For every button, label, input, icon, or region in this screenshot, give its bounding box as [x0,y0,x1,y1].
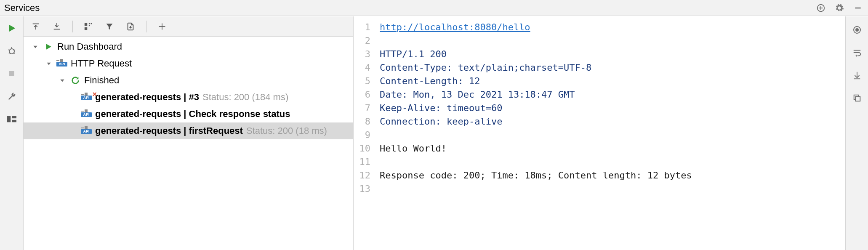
svg-rect-22 [91,23,92,24]
response-line: Content-Length: 12 [380,74,845,88]
response-line: Response code: 200; Time: 18ms; Content … [380,169,845,182]
tree-node-config[interactable]: API HTTP Request [24,55,353,72]
debug-icon[interactable] [5,44,19,58]
scroll-to-end-icon[interactable] [851,69,863,81]
response-line: HTTP/1.1 200 [380,48,845,61]
layout-icon[interactable] [5,112,19,126]
services-tree[interactable]: Run Dashboard API HTTP Request Finished [24,37,353,250]
panel-header: Services [0,0,868,16]
tree-label: HTTP Request [71,58,132,69]
api-error-icon: API × [81,93,95,102]
tree-node-root[interactable]: Run Dashboard [24,38,353,55]
response-line: Hello World! [380,142,845,155]
svg-marker-24 [107,24,113,29]
tree-item-request[interactable]: API generated-requests | firstRequest St… [24,122,353,139]
inspections-icon[interactable] [851,24,863,36]
tree-item-status: Status: 200 (18 ms) [246,125,327,136]
tree-item-label: generated-requests | #3 [95,92,199,103]
svg-marker-29 [33,46,37,48]
chevron-down-icon[interactable] [44,59,54,69]
response-line: http://localhost:8080/hello [380,21,845,34]
tree-item-label: generated-requests | firstRequest [95,125,243,136]
response-body[interactable]: http://localhost:8080/hello HTTP/1.1 200… [375,16,845,250]
response-line: Keep-Alive: timeout=60 [380,101,845,115]
tree-label: Finished [84,75,119,86]
svg-rect-38 [855,96,860,101]
svg-rect-20 [85,27,87,29]
chevron-down-icon[interactable] [30,42,40,52]
tree-item-request[interactable]: API × generated-requests | #3 Status: 20… [24,89,353,106]
line-number: 11 [354,155,370,169]
svg-rect-23 [89,25,90,26]
line-number: 4 [354,61,370,74]
api-icon: API [81,109,95,119]
chevron-down-icon[interactable] [57,75,67,85]
run-gutter [0,16,24,250]
response-pane: 12345678910111213 http://localhost:8080/… [354,16,845,250]
separator [146,21,146,32]
svg-rect-14 [12,120,16,122]
panel-title: Services [4,3,40,13]
svg-rect-21 [89,23,90,24]
copy-icon[interactable] [851,92,863,104]
add-icon[interactable] [155,19,169,34]
tree-node-group[interactable]: Finished [24,72,353,89]
svg-marker-4 [9,25,15,32]
minimize-icon[interactable] [852,2,864,14]
line-number: 8 [354,115,370,128]
run-icon [43,41,54,52]
svg-marker-30 [46,44,51,50]
line-number: 12 [354,169,370,182]
line-number-gutter: 12345678910111213 [354,16,375,250]
gear-icon[interactable] [833,2,845,14]
svg-marker-31 [47,63,51,65]
response-line [380,155,845,169]
line-number: 3 [354,48,370,61]
svg-rect-11 [9,71,14,76]
response-line: Connection: keep-alive [380,115,845,128]
response-line: Content-Type: text/plain;charset=UTF-8 [380,61,845,74]
svg-rect-19 [85,23,87,25]
filter-icon[interactable] [102,19,117,34]
add-service-icon[interactable] [815,2,827,14]
tree-item-request[interactable]: API generated-requests | Check response … [24,106,353,122]
response-line [380,128,845,142]
response-line: Date: Mon, 13 Dec 2021 13:18:47 GMT [380,88,845,101]
tree-item-label: generated-requests | Check response stat… [95,109,290,120]
run-icon[interactable] [5,21,19,35]
svg-marker-32 [60,80,64,82]
line-number: 5 [354,74,370,88]
line-number: 7 [354,101,370,115]
collapse-all-icon[interactable] [50,19,64,34]
api-icon: API [81,126,95,136]
soft-wrap-icon[interactable] [851,47,863,59]
api-icon: API [56,59,71,68]
rerun-icon [70,75,81,86]
line-number: 1 [354,21,370,34]
tree-toolbar [24,16,353,37]
tree-item-status: Status: 200 (184 ms) [202,92,288,103]
response-url[interactable]: http://localhost:8080/hello [380,22,530,32]
response-line [380,182,845,196]
response-line [380,34,845,48]
line-number: 6 [354,88,370,101]
svg-rect-12 [7,116,11,122]
svg-point-34 [856,29,858,31]
editor-gutter [845,16,868,250]
stop-icon[interactable] [5,67,19,80]
line-number: 13 [354,182,370,196]
separator [72,21,73,32]
group-by-icon[interactable] [81,19,96,34]
expand-all-icon[interactable] [29,19,43,34]
line-number: 2 [354,34,370,48]
line-number: 10 [354,142,370,155]
panel-body: Run Dashboard API HTTP Request Finished [0,16,868,250]
tree-label: Run Dashboard [57,41,122,52]
svg-rect-13 [12,116,16,119]
line-number: 9 [354,128,370,142]
open-file-icon[interactable] [123,19,138,34]
tree-pane: Run Dashboard API HTTP Request Finished [24,16,354,250]
wrench-icon[interactable] [5,90,19,103]
